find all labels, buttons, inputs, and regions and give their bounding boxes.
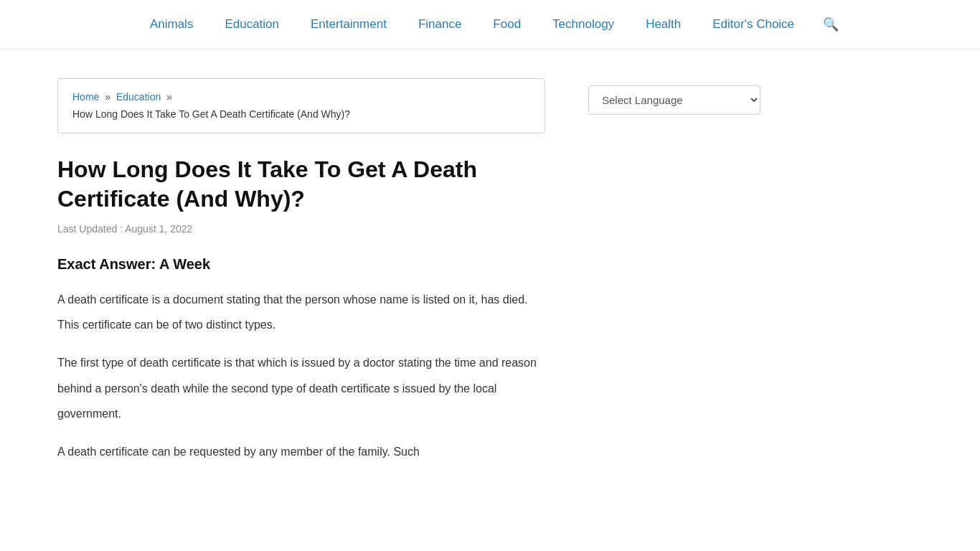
nav-item-entertainment[interactable]: Entertainment [295,17,402,32]
article-paragraph-2: The first type of death certificate is t… [57,350,545,426]
sidebar: Select Language English Spanish French G… [588,78,760,464]
nav-item-technology[interactable]: Technology [537,17,630,32]
article-title: How Long Does It Take To Get A Death Cer… [57,155,545,215]
exact-answer-heading: Exact Answer: A Week [57,256,545,273]
search-button[interactable]: 🔍 [816,17,846,32]
nav-item-editors-choice[interactable]: Editor's Choice [697,17,810,32]
search-icon: 🔍 [823,17,839,32]
article-paragraph-1: A death certificate is a document statin… [57,287,545,337]
nav-item-education[interactable]: Education [209,17,295,32]
nav-item-health[interactable]: Health [630,17,697,32]
breadcrumb-category-link[interactable]: Education [116,91,161,103]
breadcrumb-separator-1: » [105,91,113,103]
language-select[interactable]: Select Language English Spanish French G… [588,85,760,115]
breadcrumb-separator-2: » [166,91,172,103]
nav-item-finance[interactable]: Finance [402,17,477,32]
main-container: Home » Education » How Long Does It Take… [0,50,980,493]
breadcrumb-home-link[interactable]: Home [72,91,99,103]
main-nav: Animals Education Entertainment Finance … [0,0,980,49]
nav-item-animals[interactable]: Animals [134,17,209,32]
breadcrumb-current: How Long Does It Take To Get A Death Cer… [72,106,530,122]
breadcrumb: Home » Education » How Long Does It Take… [57,78,545,133]
content-area: Home » Education » How Long Does It Take… [57,78,545,464]
article-date: Last Updated : August 1, 2022 [57,223,545,235]
article-paragraph-3: A death certificate can be requested by … [57,439,545,464]
nav-item-food[interactable]: Food [477,17,537,32]
